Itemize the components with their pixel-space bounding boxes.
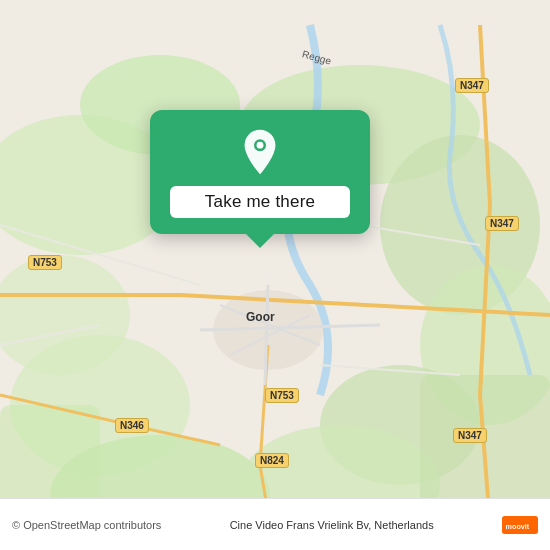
svg-point-32: [257, 142, 264, 149]
location-popup[interactable]: Take me there: [150, 110, 370, 234]
map-title: Cine Video Frans Vrielink Bv, Netherland…: [230, 519, 434, 531]
road-label-n753-bottom: N753: [265, 388, 299, 403]
map-container: N753 N753 N346 N347 N347 N347 N824 Goor …: [0, 0, 550, 550]
road-label-n346: N346: [115, 418, 149, 433]
copyright-text: © OpenStreetMap contributors: [12, 519, 161, 531]
road-label-n824: N824: [255, 453, 289, 468]
road-label-n347-bottom: N347: [453, 428, 487, 443]
road-label-n347-top: N347: [455, 78, 489, 93]
popup-label[interactable]: Take me there: [170, 186, 350, 218]
location-pin-icon: [236, 128, 284, 176]
road-label-n347-right: N347: [485, 216, 519, 231]
moovit-logo: moovit: [502, 507, 538, 543]
bottom-bar: © OpenStreetMap contributors Cine Video …: [0, 498, 550, 550]
svg-text:moovit: moovit: [506, 521, 530, 530]
city-label-goor: Goor: [246, 310, 275, 324]
road-label-n753-left: N753: [28, 255, 62, 270]
